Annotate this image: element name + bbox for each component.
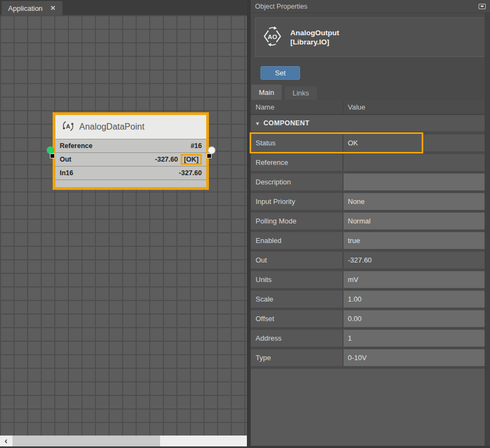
node-row-value: -327.60[OK] — [155, 156, 202, 163]
tab-main[interactable]: Main — [251, 85, 282, 100]
selection-handle-right[interactable] — [207, 153, 212, 158]
tab-application-label: Application — [8, 4, 43, 12]
tab-links[interactable]: Links — [285, 86, 316, 100]
object-name: AnalogOutput — [290, 28, 339, 37]
column-header-name: Name — [251, 100, 343, 114]
panel-right-gutter — [485, 13, 490, 446]
node-row-name: In16 — [60, 169, 73, 177]
object-properties-panel: Object Properties AO AnalogOutput [Libra… — [251, 0, 490, 446]
object-summary-card: AO AnalogOutput [Library.IO] — [255, 17, 486, 57]
panel-title: Object Properties — [255, 3, 308, 10]
selection-handle-left[interactable] — [50, 153, 55, 158]
table-row-input-priority[interactable]: Input Priority None — [251, 193, 485, 210]
panel-empty-area — [251, 369, 485, 446]
diagram-canvas[interactable]: A AnalogDataPoint Reference #16 Out -327… — [0, 15, 247, 436]
node-row-value: #16 — [190, 142, 202, 150]
scrollbar-thumb[interactable] — [12, 436, 160, 446]
table-header: Name Value — [251, 100, 485, 115]
table-row-scale[interactable]: Scale 1.00 — [251, 291, 485, 308]
group-label: COMPONENT — [263, 119, 309, 127]
node-footer — [55, 180, 206, 187]
node-row-value: -327.60 — [179, 169, 202, 177]
svg-text:AO: AO — [268, 33, 277, 40]
table-row-offset[interactable]: Offset 0.00 — [251, 310, 485, 327]
analog-datapoint-icon: A — [62, 120, 74, 135]
table-row-reference[interactable]: Reference — [251, 154, 485, 171]
table-row-units[interactable]: Units mV — [251, 271, 485, 288]
svg-text:A: A — [66, 123, 71, 129]
object-library: [Library.IO] — [290, 37, 339, 47]
node-row-name: Reference — [60, 142, 92, 150]
close-icon[interactable]: ✕ — [50, 4, 56, 12]
horizontal-scrollbar[interactable]: ‹ — [0, 436, 247, 446]
node-header[interactable]: A AnalogDataPoint — [55, 115, 206, 139]
table-row-description[interactable]: Description — [251, 174, 485, 190]
editor-tab-bar: Application ✕ — [0, 0, 247, 15]
table-row-polling-mode[interactable]: Polling Mode Normal — [251, 213, 485, 229]
scroll-left-arrow-icon[interactable]: ‹ — [0, 436, 12, 446]
output-connector-dot[interactable] — [208, 146, 215, 154]
analog-datapoint-node[interactable]: A AnalogDataPoint Reference #16 Out -327… — [53, 112, 209, 190]
analog-output-icon: AO — [262, 26, 283, 49]
dock-panel-icon[interactable] — [479, 4, 486, 9]
node-row-out[interactable]: Out -327.60[OK] — [55, 152, 206, 166]
tab-application[interactable]: Application ✕ — [2, 1, 62, 15]
table-row-type[interactable]: Type 0-10V — [251, 349, 485, 366]
table-row-enabled[interactable]: Enabled true — [251, 232, 485, 249]
node-row-in16[interactable]: In16 -327.60 — [55, 166, 206, 180]
panel-header: Object Properties — [251, 0, 490, 13]
table-row-address[interactable]: Address 1 — [251, 330, 485, 347]
column-header-value: Value — [343, 100, 485, 114]
group-component[interactable]: ▾ COMPONENT — [251, 115, 485, 131]
input-connector-dot[interactable] — [47, 146, 54, 154]
properties-tabs: Main Links — [251, 84, 317, 100]
table-row-status[interactable]: Status OK — [251, 135, 485, 151]
node-row-name: Out — [60, 156, 72, 163]
set-button[interactable]: Set — [260, 66, 300, 80]
table-row-out[interactable]: Out -327.60 — [251, 252, 485, 268]
diagram-editor-region: Application ✕ A AnalogDataPoint Refe — [0, 0, 247, 448]
chevron-down-icon: ▾ — [256, 120, 259, 126]
status-ok-badge: [OK] — [181, 154, 202, 165]
node-row-reference[interactable]: Reference #16 — [55, 139, 206, 152]
node-title: AnalogDataPoint — [79, 122, 144, 132]
properties-table: Name Value ▾ COMPONENT Status OK Referen… — [251, 100, 485, 369]
